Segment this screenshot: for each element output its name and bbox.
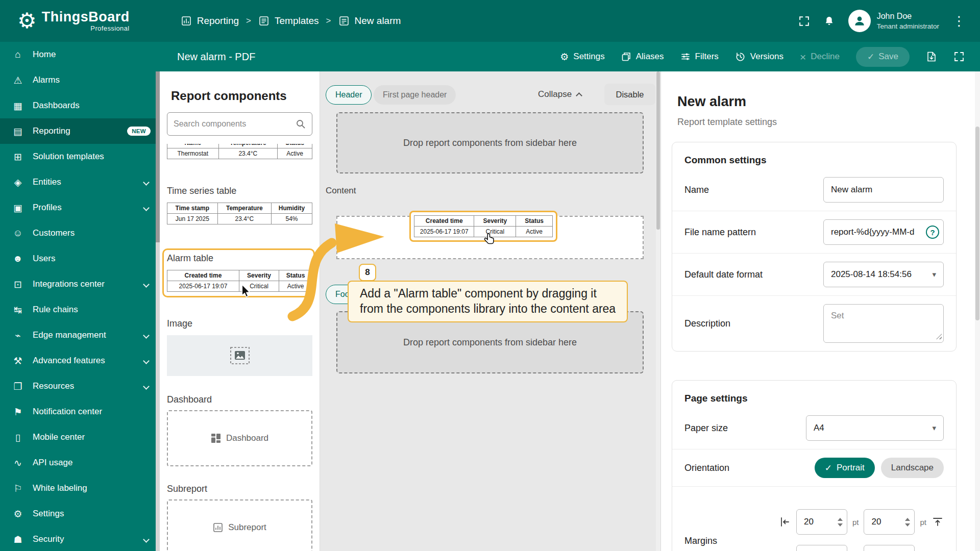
- sidebar-item-settings[interactable]: ⚙Settings: [0, 501, 160, 527]
- sidebar-item-api-usage[interactable]: ∿API usage: [0, 450, 160, 475]
- details-scrollbar[interactable]: [975, 71, 980, 551]
- dragged-alarm-table[interactable]: Created timeSeverityStatus 2025-06-17 19…: [409, 211, 557, 242]
- breadcrumb-new-alarm[interactable]: New alarm: [338, 15, 401, 27]
- search-box[interactable]: [167, 112, 312, 136]
- reporting-breadcrumb-icon: [181, 15, 192, 27]
- tab-footer[interactable]: Footer: [326, 285, 369, 304]
- stepper-down-icon[interactable]: [905, 523, 910, 527]
- portrait-toggle[interactable]: ✓Portrait: [815, 458, 875, 478]
- filters-button[interactable]: Filters: [680, 52, 719, 62]
- margin-right-stepper[interactable]: [796, 545, 847, 551]
- sidebar-item-label: Reporting: [33, 126, 70, 136]
- dashboard-component[interactable]: Dashboard: [167, 410, 312, 466]
- disable-button[interactable]: Disable: [604, 84, 655, 105]
- description-textarea[interactable]: [823, 304, 944, 343]
- scrollbar-thumb[interactable]: [975, 127, 979, 320]
- sidebar-item-reporting[interactable]: ▤ReportingNEW: [0, 118, 160, 144]
- sidebar-item-edge-management[interactable]: ⌁Edge management: [0, 322, 160, 348]
- report-canvas: Header First page header Collapse Disabl…: [320, 71, 660, 551]
- sidebar-item-label: Entities: [33, 177, 61, 187]
- subreport-placeholder-label: Subreport: [228, 522, 266, 533]
- sidebar-item-white-labeling[interactable]: ⚐White labeling: [0, 475, 160, 501]
- sidebar-item-label: API usage: [33, 458, 72, 468]
- breadcrumb-reporting[interactable]: Reporting: [181, 15, 239, 27]
- table-header-cell: Severity: [474, 216, 516, 227]
- landscape-toggle[interactable]: Landscape: [881, 458, 944, 478]
- sidebar-item-security[interactable]: ☗Security: [0, 527, 160, 551]
- sidebar-item-profiles[interactable]: ▣Profiles: [0, 195, 160, 220]
- breadcrumb-label: Reporting: [197, 15, 239, 27]
- fullscreen-button[interactable]: [798, 15, 810, 27]
- scrollbar-thumb[interactable]: [656, 71, 660, 230]
- overflow-menu-button[interactable]: ⋮: [952, 13, 966, 29]
- collapse-button[interactable]: Collapse: [538, 89, 581, 99]
- breadcrumb: Reporting > Templates > New alarm: [181, 15, 401, 27]
- sidebar-item-users[interactable]: ☻Users: [0, 246, 160, 271]
- content-section-label: Content: [326, 186, 356, 196]
- stepper-up-icon[interactable]: [905, 518, 910, 521]
- save-button[interactable]: ✓Save: [856, 47, 910, 67]
- time-series-table-component[interactable]: Time stampTemperatureHumidity Jun 17 202…: [167, 203, 312, 224]
- margin-bottom-stepper[interactable]: [864, 545, 915, 551]
- entity-table-component[interactable]: NameTemperatureStatus Thermostat23.4°CAc…: [167, 144, 312, 165]
- sidebar-item-mobile-center[interactable]: ▯Mobile center: [0, 424, 160, 450]
- settings-button[interactable]: ⚙Settings: [560, 51, 604, 63]
- sidebar-item-solution-templates[interactable]: ⊞Solution templates: [0, 144, 160, 169]
- image-component[interactable]: [167, 335, 312, 376]
- table-header-cell: Status: [278, 144, 312, 148]
- stepper-up-icon[interactable]: [838, 518, 843, 521]
- generate-report-button[interactable]: [926, 51, 937, 62]
- stepper-down-icon[interactable]: [838, 523, 843, 527]
- breadcrumb-templates[interactable]: Templates: [258, 15, 319, 27]
- scrollbar-thumb[interactable]: [156, 71, 160, 242]
- sidebar-item-label: Edge management: [33, 330, 106, 340]
- filter-icon: [680, 52, 691, 62]
- date-format-select[interactable]: 2025-08-14 18:54:56 ▾: [823, 262, 944, 287]
- sidebar-item-customers[interactable]: ☺Customers: [0, 220, 160, 246]
- avatar[interactable]: [848, 10, 871, 32]
- sidebar-item-advanced-features[interactable]: ⚒Advanced features: [0, 348, 160, 373]
- canvas-scrollbar[interactable]: [656, 71, 660, 551]
- expand-editor-button[interactable]: [953, 51, 965, 62]
- aliases-button[interactable]: Aliases: [621, 52, 664, 62]
- sidebar-item-label: Integrations center: [33, 279, 105, 289]
- table-cell: 54%: [272, 214, 312, 224]
- breadcrumb-label: Templates: [275, 15, 319, 27]
- solution-templates-icon: ⊞: [12, 151, 23, 163]
- margin-left-stepper[interactable]: 20: [796, 509, 847, 535]
- header-dropzone[interactable]: Drop report components from sidebar here: [336, 112, 644, 173]
- sidebar-item-dashboards[interactable]: ▦Dashboards: [0, 93, 160, 118]
- name-input[interactable]: [823, 177, 944, 203]
- sidebar-item-resources[interactable]: ❐Resources: [0, 373, 160, 399]
- versions-button[interactable]: Versions: [735, 52, 783, 62]
- person-icon: [853, 14, 866, 28]
- alarm-table-component[interactable]: Created timeSeverityStatus 2025-06-17 19…: [167, 270, 312, 292]
- paper-size-select[interactable]: A4 ▾: [806, 415, 944, 441]
- gear-icon: ⚙: [560, 51, 569, 63]
- table-cell: Active: [516, 227, 553, 237]
- sidebar-item-alarms[interactable]: ⚠Alarms: [0, 67, 160, 93]
- sidebar-item-entities[interactable]: ◈Entities: [0, 169, 160, 195]
- sidebar-item-rule-chains[interactable]: ↹Rule chains: [0, 297, 160, 322]
- sidebar-item-label: Customers: [33, 228, 75, 238]
- help-icon[interactable]: ?: [926, 226, 939, 239]
- footer-dropzone[interactable]: Drop report components from sidebar here: [336, 311, 644, 373]
- sidebar-item-label: White labeling: [33, 483, 87, 493]
- decline-button[interactable]: ×Decline: [800, 52, 840, 62]
- search-input[interactable]: [174, 119, 296, 129]
- time-series-table-label: Time series table: [167, 186, 312, 196]
- margin-top-stepper[interactable]: 20: [864, 509, 915, 535]
- tab-first-page-header[interactable]: First page header: [374, 85, 456, 105]
- notifications-button[interactable]: [823, 15, 835, 27]
- sidebar-item-integrations-center[interactable]: ⊡Integrations center: [0, 271, 160, 297]
- sidebar-item-home[interactable]: ⌂Home: [0, 42, 160, 67]
- sidebar-item-notification-center[interactable]: ⚑Notification center: [0, 399, 160, 424]
- bell-icon: [823, 15, 835, 27]
- user-menu[interactable]: John Doe Tenant administrator: [848, 10, 939, 32]
- fullscreen-icon: [798, 15, 810, 27]
- table-cell: 23.4°C: [217, 214, 271, 224]
- subreport-component[interactable]: Subreport: [167, 499, 312, 551]
- tab-header[interactable]: Header: [326, 85, 372, 105]
- margin-left-icon: [779, 516, 791, 528]
- sidebar-scrollbar[interactable]: [156, 71, 160, 551]
